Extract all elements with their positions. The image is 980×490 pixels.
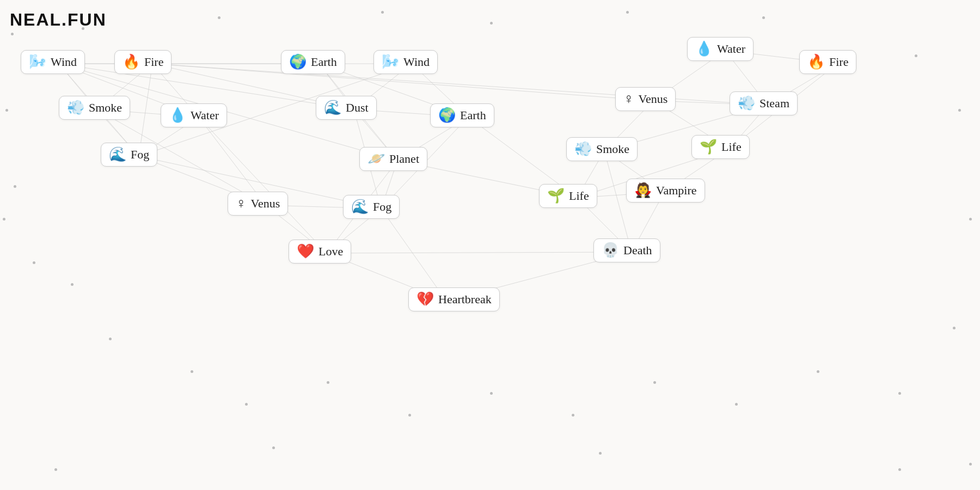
node-emoji-water1: 💧: [169, 108, 186, 122]
dot: [109, 338, 112, 340]
node-emoji-fire1: 🔥: [122, 55, 140, 69]
node-emoji-venus1: ♀: [236, 197, 247, 211]
node-emoji-smoke2: 💨: [574, 142, 592, 156]
node-label-fire1: Fire: [144, 55, 163, 69]
dot: [817, 370, 819, 373]
node-water2[interactable]: 💧Water: [687, 37, 754, 61]
node-label-love1: Love: [318, 244, 343, 259]
dot: [54, 468, 57, 471]
dot: [71, 283, 74, 286]
dot: [735, 403, 738, 406]
node-emoji-wind2: 🌬️: [382, 55, 399, 69]
svg-line-61: [327, 252, 632, 253]
node-emoji-vampire1: 🧛: [634, 183, 652, 198]
node-emoji-love1: ❤️: [297, 244, 314, 259]
dot: [599, 452, 602, 455]
node-emoji-steam1: 💨: [738, 96, 755, 111]
node-love1[interactable]: ❤️Love: [289, 240, 351, 264]
node-label-fire2: Fire: [829, 55, 848, 69]
node-wind1[interactable]: 🌬️Wind: [21, 50, 85, 74]
svg-line-31: [199, 117, 327, 253]
node-steam1[interactable]: 💨Steam: [730, 91, 798, 115]
node-water1[interactable]: 💧Water: [161, 103, 227, 127]
node-emoji-life1: 🌱: [547, 189, 565, 203]
dot: [653, 381, 656, 384]
node-venus1[interactable]: ♀Venus: [228, 192, 288, 216]
node-label-wind2: Wind: [403, 55, 430, 69]
dot: [245, 403, 248, 406]
node-earth2[interactable]: 🌍Earth: [430, 103, 494, 127]
node-emoji-fire2: 🔥: [807, 55, 825, 69]
node-life2[interactable]: 🌱Life: [691, 135, 750, 159]
node-smoke1[interactable]: 💨Smoke: [59, 96, 130, 120]
dot: [969, 463, 972, 465]
dot: [898, 468, 901, 471]
dot: [33, 261, 35, 264]
node-earth1[interactable]: 🌍Earth: [281, 50, 345, 74]
node-emoji-heartbreak1: 💔: [416, 292, 434, 307]
node-label-smoke1: Smoke: [89, 101, 122, 115]
node-label-death1: Death: [623, 243, 652, 258]
node-label-planet1: Planet: [389, 152, 419, 166]
dot: [191, 370, 193, 373]
node-heartbreak1[interactable]: 💔Heartbreak: [408, 287, 500, 311]
node-emoji-life2: 🌱: [700, 140, 717, 154]
dot: [762, 16, 765, 19]
node-fire2[interactable]: 🔥Fire: [799, 50, 856, 74]
node-emoji-water2: 💧: [695, 42, 713, 56]
node-label-fog1: Fog: [131, 148, 149, 162]
dot: [381, 11, 384, 14]
node-label-venus2: Venus: [639, 92, 668, 106]
dot: [327, 381, 329, 384]
node-wind2[interactable]: 🌬️Wind: [373, 50, 438, 74]
dot: [218, 16, 220, 19]
dot: [915, 54, 917, 57]
logo: NEAL.FUN: [10, 10, 107, 30]
node-label-fog2: Fog: [373, 200, 391, 214]
node-planet1[interactable]: 🪐Planet: [359, 147, 427, 171]
node-label-life2: Life: [721, 140, 742, 154]
node-label-vampire1: Vampire: [656, 183, 697, 198]
node-emoji-planet1: 🪐: [367, 152, 385, 166]
node-label-dust1: Dust: [346, 101, 369, 115]
node-vampire1[interactable]: 🧛Vampire: [626, 179, 705, 203]
dot: [958, 109, 961, 112]
dot: [11, 33, 14, 35]
node-label-life1: Life: [569, 189, 589, 203]
node-emoji-dust1: 🌊: [324, 101, 341, 115]
dot: [14, 185, 16, 188]
node-emoji-wind1: 🌬️: [29, 55, 46, 69]
node-emoji-earth2: 🌍: [438, 108, 456, 122]
dot: [3, 218, 5, 220]
dot: [5, 109, 8, 112]
node-life1[interactable]: 🌱Life: [539, 184, 597, 208]
dot: [490, 392, 493, 395]
node-death1[interactable]: 💀Death: [593, 238, 660, 262]
dot: [898, 392, 901, 395]
node-emoji-death1: 💀: [602, 243, 619, 258]
dot: [490, 22, 493, 24]
node-smoke2[interactable]: 💨Smoke: [566, 137, 638, 161]
dot: [572, 414, 574, 416]
node-fog1[interactable]: 🌊Fog: [101, 143, 157, 167]
dot: [953, 327, 955, 329]
node-label-water2: Water: [717, 42, 745, 56]
dot: [272, 446, 275, 449]
node-label-wind1: Wind: [51, 55, 77, 69]
node-label-steam1: Steam: [759, 96, 789, 111]
node-label-smoke2: Smoke: [596, 142, 629, 156]
node-dust1[interactable]: 🌊Dust: [316, 96, 377, 120]
node-emoji-fog1: 🌊: [109, 148, 126, 162]
node-emoji-venus2: ♀: [623, 92, 634, 106]
node-label-earth2: Earth: [460, 108, 486, 122]
node-emoji-fog2: 🌊: [351, 200, 369, 214]
node-fog2[interactable]: 🌊Fog: [343, 195, 400, 219]
node-label-water1: Water: [191, 108, 219, 122]
node-label-heartbreak1: Heartbreak: [438, 292, 492, 307]
dot: [408, 414, 411, 416]
node-fire1[interactable]: 🔥Fire: [114, 50, 171, 74]
node-emoji-smoke1: 💨: [67, 101, 84, 115]
node-label-venus1: Venus: [251, 197, 280, 211]
svg-line-50: [604, 151, 632, 252]
node-venus2[interactable]: ♀Venus: [615, 87, 676, 111]
